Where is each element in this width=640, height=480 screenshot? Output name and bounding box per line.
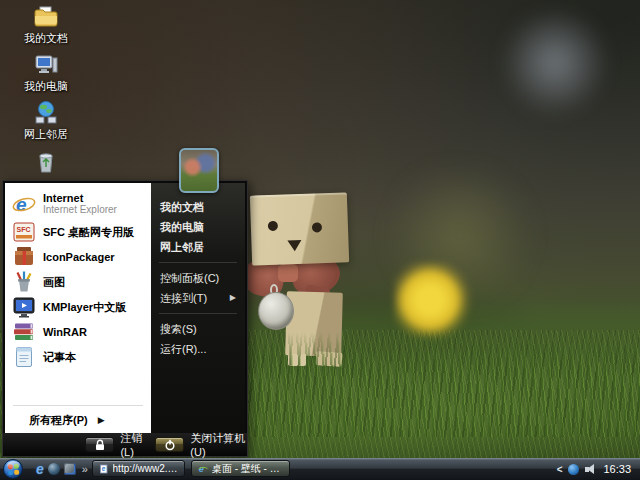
quick-launch-app-icon[interactable] <box>64 463 76 475</box>
menu-item-connect-to[interactable]: 连接到(T) ▶ <box>151 288 245 308</box>
desktop-icon-my-computer[interactable]: 我的电脑 <box>14 52 78 92</box>
menu-item-title: IconPackager <box>43 251 115 263</box>
start-menu-body: e Internet Internet Explorer SFC SFC 桌酷网… <box>5 183 245 433</box>
place-label: 我的电脑 <box>160 217 204 237</box>
tray-messenger-icon[interactable] <box>568 464 579 475</box>
danbo-eye-left <box>268 221 278 231</box>
internet-explorer-icon: e <box>12 192 36 216</box>
menu-item-title: 记事本 <box>43 351 76 363</box>
danbo-mouth <box>287 240 301 251</box>
start-menu-footer: 注销(L) 关闭计算机(U) <box>3 433 247 456</box>
quick-launch-bar: e » <box>36 458 88 480</box>
logoff-label[interactable]: 注销(L) <box>120 431 149 458</box>
menu-item-title: Internet <box>43 192 117 204</box>
svg-text:e: e <box>16 194 27 215</box>
iconpackager-icon <box>12 245 36 269</box>
menu-item-run[interactable]: 运行(R)... <box>151 339 245 359</box>
menu-item-title: WinRAR <box>43 326 87 338</box>
danbo-ribbon-knot <box>278 264 298 282</box>
menu-item-winrar[interactable]: WinRAR <box>5 319 151 344</box>
logoff-button[interactable] <box>85 437 114 452</box>
desktop-icon-recycle-bin[interactable] <box>14 148 78 176</box>
menu-separator <box>13 405 143 406</box>
system-tray: < 16:33 <box>548 458 640 480</box>
all-programs-arrow-icon: ▶ <box>98 415 105 425</box>
menu-item-control-panel[interactable]: 控制面板(C) <box>151 268 245 288</box>
paint-icon <box>12 270 36 294</box>
place-label: 我的文档 <box>160 197 204 217</box>
menu-item-title: KMPlayer中文版 <box>43 301 126 313</box>
menu-item-internet[interactable]: e Internet Internet Explorer <box>5 188 151 219</box>
menu-separator <box>159 313 237 314</box>
network-places-icon <box>33 100 59 126</box>
user-avatar[interactable] <box>179 148 219 193</box>
quick-launch-overflow-chevron[interactable]: » <box>80 463 88 475</box>
menu-item-kmplayer[interactable]: KMPlayer中文版 <box>5 294 151 319</box>
desktop-icon-my-documents[interactable]: 我的文档 <box>14 4 78 44</box>
all-programs-label: 所有程序(P) <box>29 414 88 426</box>
menu-item-subtitle: Internet Explorer <box>43 204 117 215</box>
desktop-icon-label: 网上邻居 <box>14 128 78 140</box>
menu-item-my-documents[interactable]: 我的文档 <box>151 197 245 217</box>
my-documents-icon <box>33 4 59 30</box>
orb-gloss <box>7 461 20 469</box>
menu-item-notepad[interactable]: 记事本 <box>5 344 151 369</box>
place-label: 搜索(S) <box>160 319 197 339</box>
tray-volume-icon[interactable] <box>585 464 597 475</box>
shutdown-label[interactable]: 关闭计算机(U) <box>190 431 247 458</box>
wallpaper-bokeh-light <box>495 5 615 120</box>
kmplayer-icon <box>12 295 36 319</box>
submenu-arrow-icon: ▶ <box>230 288 236 308</box>
menu-item-network-places[interactable]: 网上邻居 <box>151 237 245 257</box>
place-label: 连接到(T) <box>160 288 207 308</box>
window-button-title: 桌面 - 壁纸 - 桌酷... <box>212 462 283 476</box>
place-label: 运行(R)... <box>160 339 206 359</box>
start-menu-places-panel: 我的文档 我的电脑 网上邻居 控制面板(C) 连接到(T) ▶ <box>151 183 245 433</box>
my-computer-icon <box>33 52 59 78</box>
desktop-icon-network-places[interactable]: 网上邻居 <box>14 100 78 140</box>
menu-separator <box>159 262 237 263</box>
danbo-medal <box>258 292 294 330</box>
notepad-icon <box>12 345 36 369</box>
start-menu-programs-panel: e Internet Internet Explorer SFC SFC 桌酷网… <box>5 183 151 433</box>
shutdown-button[interactable] <box>155 437 184 452</box>
lock-icon <box>95 439 105 451</box>
menu-item-title: 画图 <box>43 276 65 288</box>
taskbar-window-button-browser-url[interactable]: e http://www2.fsv... <box>92 460 185 477</box>
window-button-title: http://www2.fsv... <box>113 463 178 474</box>
svg-text:e: e <box>199 464 204 474</box>
place-label: 网上邻居 <box>160 237 204 257</box>
menu-item-search[interactable]: 搜索(S) <box>151 319 245 339</box>
menu-item-my-computer[interactable]: 我的电脑 <box>151 217 245 237</box>
start-menu: e Internet Internet Explorer SFC SFC 桌酷网… <box>2 180 248 457</box>
tray-collapse-chevron[interactable]: < <box>557 464 563 475</box>
svg-text:e: e <box>102 465 106 472</box>
menu-item-iconpackager[interactable]: IconPackager <box>5 244 151 269</box>
place-label: 控制面板(C) <box>160 268 219 288</box>
quick-launch-ie-icon[interactable]: e <box>36 462 44 476</box>
menu-item-title: SFC 桌酷网专用版 <box>43 226 134 238</box>
taskbar-window-button-zhuoku[interactable]: e 桌面 - 壁纸 - 桌酷... <box>191 460 290 477</box>
ie-window-icon: e <box>198 463 208 475</box>
desktop-root: 我的文档 我的电脑 网上邻居 <box>0 0 640 480</box>
winrar-icon <box>12 320 36 344</box>
svg-text:SFC: SFC <box>17 226 31 233</box>
quick-launch-globe-icon[interactable] <box>48 463 60 475</box>
recycle-bin-icon <box>33 148 59 176</box>
taskbar: e » e http://www2.fsv... e 桌面 - 壁纸 - 桌酷.… <box>0 458 640 480</box>
desktop-icon-label: 我的文档 <box>14 32 78 44</box>
power-icon <box>164 439 176 451</box>
danbo-head <box>250 192 349 265</box>
tray-clock[interactable]: 16:33 <box>603 463 631 475</box>
desktop-icon-label: 我的电脑 <box>14 80 78 92</box>
danbo-eye-right <box>312 222 322 232</box>
start-button[interactable] <box>3 459 23 479</box>
menu-spacer <box>5 369 151 402</box>
all-programs-button[interactable]: 所有程序(P) ▶ <box>5 409 151 433</box>
sfc-icon: SFC <box>12 220 36 244</box>
menu-item-sfc[interactable]: SFC SFC 桌酷网专用版 <box>5 219 151 244</box>
menu-item-paint[interactable]: 画图 <box>5 269 151 294</box>
browser-page-icon: e <box>99 463 109 475</box>
